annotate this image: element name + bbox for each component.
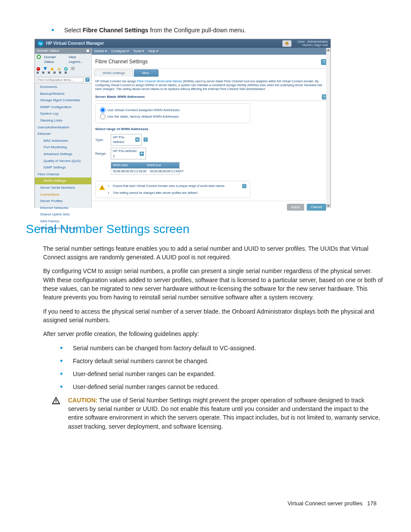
sidebar-item-adv[interactable]: Advanced Settings — [35, 151, 91, 158]
paragraph: If you need to access the physical seria… — [43, 307, 385, 325]
page-title: Fibre Channel Settings — [95, 58, 321, 65]
view-legend-link[interactable]: View Legend... — [68, 55, 90, 65]
paragraph: The serial number settings feature enabl… — [43, 244, 385, 262]
chevron-down-icon — [135, 137, 140, 142]
range-value: HP Pre-defined: 2 — [113, 149, 140, 159]
bullet-dot-icon — [52, 29, 54, 31]
home-icon[interactable] — [282, 40, 292, 47]
scroll-down-icon[interactable] — [326, 204, 330, 208]
main-scrollbar[interactable] — [326, 48, 330, 208]
type-value: HP Pre-defined — [113, 135, 135, 145]
section-server-blade: Server Blade WWN Addresses — [95, 94, 145, 100]
wwn-table: WWN Start WWN End 50:06:0B:00:00:C2:66:0… — [111, 162, 180, 175]
description-text: HP Virtual Connect can assign Fibre Chan… — [95, 79, 327, 91]
menu-configure[interactable]: Configure ▾ — [111, 49, 129, 54]
count-box — [65, 72, 67, 74]
sidebar-item-nag[interactable]: Network Access Groups — [35, 225, 91, 232]
sidebar-item-connections[interactable]: Connections — [35, 191, 91, 198]
menu-define[interactable]: Define ▾ — [94, 49, 107, 54]
range-select[interactable]: HP Pre-defined: 2 — [111, 148, 146, 159]
caution-body: The use of Serial Number Settings might … — [68, 397, 380, 430]
bullet-text: User-defined serial number ranges can be… — [73, 370, 385, 378]
col-wwn-start: WWN Start — [111, 162, 145, 168]
sidebar-item-serial[interactable]: Server Serial Numbers — [35, 184, 91, 191]
sidebar-item-backup[interactable]: Backup/Restore — [35, 90, 91, 97]
sidebar-item-profiles[interactable]: Server Profiles — [35, 198, 91, 205]
sidebar-item-stacking[interactable]: Stacking Links — [35, 117, 91, 124]
sidebar-item-enclosures[interactable]: Enclosures — [35, 84, 91, 90]
status-error-icon — [37, 67, 40, 71]
bullet-item: User-defined serial number ranges cannot… — [52, 383, 385, 391]
status-excl-icon — [50, 67, 54, 70]
bullet-item: User-defined serial number ranges can be… — [52, 370, 385, 378]
intro-post: from the Configure pull-down menu. — [148, 27, 246, 34]
apply-button[interactable]: Apply — [287, 204, 304, 211]
caution-label: CAUTION: — [68, 397, 97, 404]
sidebar-item-san[interactable]: SAN Fabrics — [35, 218, 91, 225]
menubar: Define ▾ Configure ▾ Tools ▾ Help ▾ — [92, 48, 330, 55]
intro-bullet: Select Fibre Channel Settings from the C… — [43, 26, 385, 34]
menu-help[interactable]: Help ▾ — [148, 49, 158, 54]
sidebar-item-fc[interactable]: Fibre Channel — [35, 171, 91, 178]
scroll-up-icon[interactable] — [326, 48, 330, 52]
paragraph: By configuring VCM to assign serial numb… — [43, 267, 385, 302]
cell-wwn-end: 50:06:0B:00:00:C2:69:FF — [148, 168, 186, 174]
section-select-range: Select range of WWN Addresses — [95, 127, 327, 132]
desc-pre: HP Virtual Connect can assign — [95, 80, 137, 83]
page-footer: Virtual Connect server profiles 178 — [26, 500, 385, 508]
paragraph: After server profile creation, the follo… — [43, 330, 385, 338]
sidebar: Domain Status ▣ Domain Status View Legen… — [35, 48, 92, 208]
sidebar-item-portmon[interactable]: Port Monitoring — [35, 144, 91, 151]
domain-status-label: Domain Status — [37, 48, 59, 53]
footer-text: Virtual Connect server profiles — [288, 500, 363, 507]
cancel-button[interactable]: Cancel — [307, 204, 326, 211]
notice-item: Ensure that each Virtual Connect domain … — [113, 184, 238, 188]
menu-tools[interactable]: Tools ▾ — [133, 49, 144, 54]
notice-info-icon[interactable]: ? — [242, 184, 246, 188]
search-help-icon[interactable]: ? — [85, 78, 90, 82]
sidebar-item-igmp[interactable]: IGMP Settings — [35, 164, 91, 171]
domain-status-link[interactable]: Domain Status — [44, 55, 65, 65]
sidebar-item-syslog[interactable]: System Log — [35, 110, 91, 117]
app-title: HP Virtual Connect Manager — [46, 40, 276, 47]
radio-factory-default[interactable] — [100, 114, 106, 119]
type-info-icon[interactable]: ? — [143, 137, 148, 142]
intro-text: Select Fibre Channel Settings from the C… — [64, 26, 385, 34]
sidebar-item-qos[interactable]: Quality of Service (QoS) — [35, 158, 91, 165]
sidebar-item-snmp[interactable]: SNMP Configuration — [35, 104, 91, 111]
radio-label-vc: Use Virtual Connect assigned WWN Address… — [107, 108, 180, 113]
bullet-dot-icon — [60, 373, 62, 375]
collapse-icon[interactable]: ▣ — [86, 48, 90, 53]
domain-status-header: Domain Status ▣ — [35, 48, 91, 54]
status-icon-grid — [35, 65, 91, 76]
footer-page: 178 — [367, 500, 377, 507]
sidebar-item-ethnet[interactable]: Ethernet Networks — [35, 205, 91, 212]
count-box — [48, 72, 50, 74]
status-warn-icon — [57, 67, 61, 70]
bullet-dot-icon — [60, 360, 62, 362]
bullet-dot-icon — [60, 386, 62, 388]
radio-block: Use Virtual Connect assigned WWN Address… — [95, 103, 250, 123]
tab-wwn-settings[interactable]: WWN Settings — [94, 69, 133, 77]
count-box — [42, 72, 44, 74]
cell-wwn-start: 50:06:0B:00:00:C2:66:00 — [111, 168, 148, 174]
app-header: hp HP Virtual Connect Manager User : Adm… — [35, 39, 330, 48]
find-input[interactable] — [37, 78, 84, 82]
radio-vc-assigned[interactable] — [100, 107, 106, 113]
sidebar-item-mac[interactable]: MAC Addresses — [35, 137, 91, 144]
status-ring-icon — [64, 67, 68, 71]
sidebar-item-ethernet[interactable]: Ethernet — [35, 131, 91, 137]
caution-text: CAUTION: The use of Serial Number Settin… — [68, 396, 385, 431]
caution-block: CAUTION: The use of Serial Number Settin… — [52, 396, 385, 431]
type-select[interactable]: HP Pre-defined — [111, 134, 142, 146]
notice-item: This setting cannot be changed after ser… — [113, 191, 238, 195]
sidebar-item-wwn[interactable]: WWN Settings — [35, 177, 91, 184]
col-wwn-end: WWN End — [145, 162, 179, 168]
sidebar-item-storage[interactable]: Storage Mgmt Credentials — [35, 97, 91, 104]
sidebar-item-uplink[interactable]: Shared Uplink Sets — [35, 211, 91, 218]
count-box — [59, 72, 61, 74]
sidebar-item-users[interactable]: Users/Authentication — [35, 124, 91, 131]
home-signout-link[interactable]: Home | Sign Out — [298, 44, 328, 47]
desc-link[interactable]: Fibre Channel World-wide Names — [137, 80, 182, 83]
tab-misc[interactable]: Misc. — [134, 69, 159, 77]
